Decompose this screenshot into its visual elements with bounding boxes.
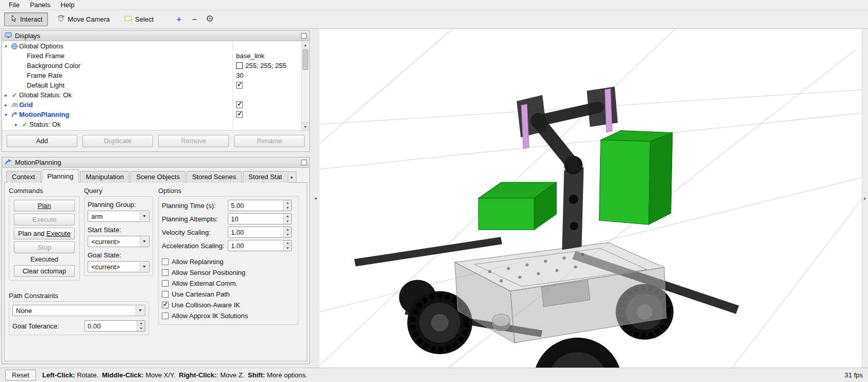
clear-octomap-button[interactable]: Clear octomap — [14, 265, 75, 277]
menu-panels[interactable]: Panels — [25, 1, 55, 9]
remove-display-button[interactable]: Remove — [158, 135, 229, 147]
selection-box-icon — [124, 15, 132, 24]
expander-icon[interactable] — [12, 122, 20, 127]
use-cartesian-path-checkbox-row[interactable]: Use Cartesian Path — [162, 289, 295, 300]
checkbox-icon — [162, 291, 169, 298]
planning-group-combo[interactable]: arm — [88, 211, 149, 222]
panel-collapse-handle-left[interactable] — [311, 29, 320, 368]
planning-attempts-spinner[interactable] — [228, 213, 292, 224]
allow-external-comm-checkbox-row[interactable]: Allow External Comm. — [162, 278, 295, 289]
float-panel-button[interactable] — [301, 33, 307, 39]
tab-planning[interactable]: Planning — [42, 169, 79, 183]
tab-scene-objects[interactable]: Scene Objects — [130, 171, 186, 183]
prop-row-clipped[interactable]: Move Group Namespace — [2, 129, 309, 130]
spin-up-icon[interactable] — [283, 240, 291, 246]
display-row-motionplanning[interactable]: MotionPlanning — [2, 110, 309, 119]
planning-time-spinner[interactable] — [228, 200, 292, 211]
goal-state-combo[interactable]: <current> — [88, 261, 149, 272]
tab-context[interactable]: Context — [6, 171, 41, 183]
plan-button[interactable]: Plan — [14, 200, 75, 212]
scroll-up-icon[interactable] — [302, 41, 309, 49]
scroll-down-icon[interactable] — [302, 123, 309, 130]
checkbox-icon — [162, 312, 169, 319]
3d-viewport[interactable] — [320, 29, 862, 368]
velocity-scaling-spinner[interactable] — [228, 227, 292, 238]
spin-up-icon[interactable] — [137, 321, 145, 326]
spin-down-icon[interactable] — [283, 232, 291, 237]
acceleration-scaling-input[interactable] — [228, 240, 292, 251]
expander-icon[interactable] — [2, 112, 10, 117]
displays-panel-titlebar[interactable]: Displays — [2, 31, 309, 41]
checkbox-icon — [162, 269, 169, 276]
collision-box-left[interactable] — [478, 182, 556, 230]
allow-sensor-positioning-checkbox-row[interactable]: Allow Sensor Positioning — [162, 267, 295, 278]
panel-collapse-handle-right[interactable] — [862, 29, 868, 368]
spin-down-icon[interactable] — [283, 219, 291, 224]
tab-stored-scenes[interactable]: Stored Scenes — [187, 171, 242, 183]
expander-icon[interactable] — [2, 44, 10, 49]
planning-time-input[interactable] — [228, 200, 292, 211]
select-tool-button[interactable]: Select — [119, 12, 159, 26]
expander-icon[interactable] — [2, 93, 10, 98]
move-camera-tool-button[interactable]: Move Camera — [51, 12, 115, 26]
goal-tolerance-spinner[interactable] — [85, 320, 145, 332]
scrollbar-thumb[interactable] — [303, 49, 308, 70]
property-value[interactable]: 255; 255; 255 — [233, 61, 301, 71]
zoom-in-button[interactable]: + — [173, 13, 185, 26]
velocity-scaling-input[interactable] — [228, 227, 292, 238]
tree-scrollbar[interactable] — [301, 41, 309, 130]
planning-attempts-input[interactable] — [228, 213, 292, 224]
grid-enabled-checkbox[interactable] — [236, 101, 243, 108]
tab-manipulation[interactable]: Manipulation — [80, 171, 129, 183]
reset-button[interactable]: Reset — [5, 370, 36, 380]
tab-scroll-right-button[interactable] — [288, 171, 296, 183]
collision-box-right[interactable] — [599, 131, 673, 225]
path-constraints-combo[interactable]: None — [12, 305, 145, 316]
menu-file[interactable]: File — [4, 1, 24, 9]
duplicate-display-button[interactable]: Duplicate — [82, 135, 153, 147]
plan-and-execute-button[interactable]: Plan and Execute — [14, 228, 75, 239]
options-heading: Options — [158, 187, 298, 195]
property-value[interactable]: 30 — [233, 71, 301, 80]
zoom-out-button[interactable]: − — [188, 13, 201, 26]
display-row-global-status[interactable]: ✓ Global Status: Ok — [2, 90, 309, 100]
stop-button[interactable]: Stop — [14, 241, 75, 253]
default-light-checkbox[interactable] — [236, 82, 243, 89]
acceleration-scaling-spinner[interactable] — [228, 240, 292, 251]
focus-camera-button[interactable] — [204, 13, 216, 26]
start-state-combo[interactable]: <current> — [88, 236, 149, 247]
property-value[interactable]: base_link — [233, 51, 301, 61]
menu-help[interactable]: Help — [56, 1, 79, 9]
motionplanning-panel-titlebar[interactable]: MotionPlanning — [2, 158, 309, 168]
motionplanning-enabled-checkbox[interactable] — [236, 111, 243, 118]
add-display-button[interactable]: Add — [7, 135, 77, 147]
spin-down-icon[interactable] — [283, 246, 291, 251]
display-row-status-ok[interactable]: ✓ Status: Ok — [2, 119, 309, 129]
rename-display-button[interactable]: Rename — [234, 135, 305, 147]
tab-stored-states[interactable]: Stored Stat — [243, 171, 287, 183]
expander-icon[interactable] — [2, 102, 10, 108]
path-constraints-section: Path Constraints None Goal Tolerance: — [9, 292, 149, 335]
display-row-global-options[interactable]: Global Options — [2, 41, 309, 51]
spin-down-icon[interactable] — [137, 326, 145, 331]
display-row-grid[interactable]: Grid — [2, 100, 309, 110]
spin-up-icon[interactable] — [283, 214, 291, 219]
allow-approx-ik-checkbox-row[interactable]: Allow Approx IK Solutions — [162, 310, 295, 321]
allow-replanning-checkbox-row[interactable]: Allow Replanning — [162, 256, 295, 267]
spin-down-icon[interactable] — [283, 205, 291, 211]
prop-row-fixed-frame[interactable]: Fixed Frame base_link — [2, 51, 309, 61]
plan-and-execute-label-pre: Plan and — [18, 230, 46, 237]
use-collision-aware-ik-label: Use Collision-Aware IK — [172, 301, 240, 309]
execute-button[interactable]: Execute — [14, 214, 75, 225]
spin-up-icon[interactable] — [283, 227, 291, 232]
interact-tool-button[interactable]: Interact — [4, 12, 48, 26]
prop-row-background-color[interactable]: Background Color 255; 255; 255 — [2, 61, 309, 71]
toolbar: Interact Move Camera Select + − — [0, 10, 868, 29]
use-collision-aware-ik-checkbox-row[interactable]: Use Collision-Aware IK — [162, 300, 295, 310]
prop-row-default-light[interactable]: Default Light — [2, 80, 309, 90]
float-panel-button[interactable] — [301, 160, 307, 165]
prop-row-frame-rate[interactable]: Frame Rate 30 — [2, 71, 309, 80]
3d-scene — [320, 29, 862, 368]
spin-up-icon[interactable] — [283, 200, 291, 205]
start-state-value: <current> — [91, 238, 120, 246]
